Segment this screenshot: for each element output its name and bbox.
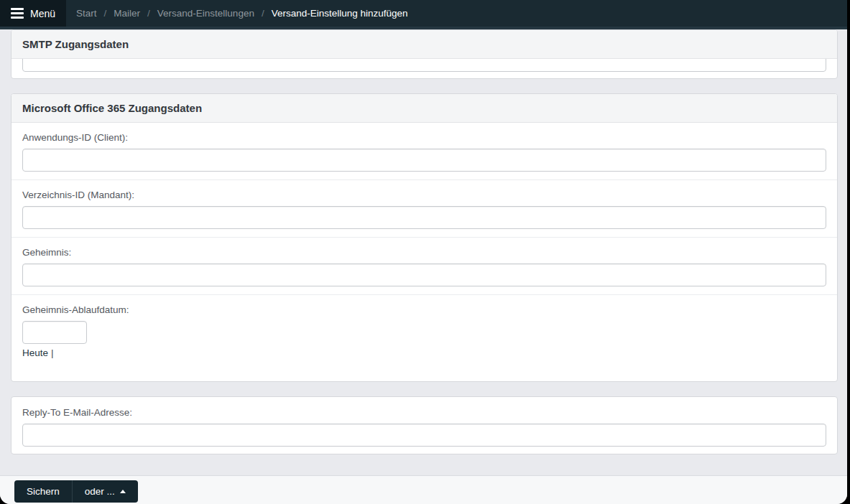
form-group-secret: Geheimnis: (11, 237, 837, 294)
secret-expiry-date-input[interactable] (22, 321, 87, 344)
date-quick-links: Heute| (22, 347, 826, 358)
breadcrumb-versand-einstellungen[interactable]: Versand-Einstellungen (157, 8, 254, 19)
breadcrumb-separator: / (262, 8, 264, 19)
office365-panel-title: Microsoft Office 365 Zugangsdaten (22, 102, 202, 114)
reply-to-panel: Reply-To E-Mail-Adresse: (11, 396, 838, 454)
top-navbar: Menü Start / Mailer / Versand-Einstellun… (0, 0, 847, 29)
smtp-credentials-panel: SMTP Zugangsdaten (11, 29, 838, 79)
tenant-id-label: Verzeichnis-ID (Mandant): (22, 190, 826, 200)
breadcrumb-separator: / (104, 8, 107, 19)
breadcrumb-start[interactable]: Start (76, 8, 97, 19)
form-footer-bar: Sichern oder ... (0, 475, 847, 504)
client-id-input[interactable] (22, 149, 826, 172)
caret-up-icon (120, 490, 126, 493)
client-id-label: Anwendungs-ID (Client): (22, 132, 826, 143)
breadcrumb-mailer[interactable]: Mailer (114, 8, 140, 19)
tenant-id-input[interactable] (22, 206, 826, 229)
app-window: Menü Start / Mailer / Versand-Einstellun… (0, 0, 847, 504)
smtp-panel-title: SMTP Zugangsdaten (22, 38, 129, 50)
form-group-tenant-id: Verzeichnis-ID (Mandant): (11, 179, 837, 237)
date-links-separator: | (51, 347, 54, 358)
secret-label: Geheimnis: (22, 247, 826, 258)
menu-toggle-button[interactable]: Menü (0, 0, 66, 27)
hamburger-icon (11, 8, 24, 19)
breadcrumb: Start / Mailer / Versand-Einstellungen /… (66, 0, 408, 27)
save-button[interactable]: Sichern (14, 480, 72, 503)
secret-expiry-label: Geheimnis-Ablaufdatum: (22, 304, 826, 315)
office365-panel-header: Microsoft Office 365 Zugangsdaten (11, 94, 837, 123)
today-link[interactable]: Heute (22, 347, 48, 358)
form-group-secret-expiry: Geheimnis-Ablaufdatum: Heute| (11, 294, 837, 381)
menu-toggle-label: Menü (30, 8, 55, 19)
smtp-panel-header: SMTP Zugangsdaten (11, 30, 837, 59)
reply-to-email-input[interactable] (22, 424, 826, 447)
save-or-dropdown-button[interactable]: oder ... (72, 480, 138, 503)
save-or-label: oder ... (85, 486, 115, 497)
main-content: SMTP Zugangsdaten Microsoft Office 365 Z… (0, 29, 847, 475)
office365-credentials-panel: Microsoft Office 365 Zugangsdaten Anwend… (11, 93, 838, 382)
breadcrumb-separator: / (147, 8, 150, 19)
form-group-client-id: Anwendungs-ID (Client): (11, 123, 837, 179)
reply-to-label: Reply-To E-Mail-Adresse: (22, 407, 826, 418)
form-group-reply-to: Reply-To E-Mail-Adresse: (11, 397, 837, 454)
breadcrumb-current-page: Versand-Einstellung hinzufügen (272, 8, 408, 19)
secret-input[interactable] (22, 263, 826, 286)
save-button-group: Sichern oder ... (14, 480, 138, 503)
